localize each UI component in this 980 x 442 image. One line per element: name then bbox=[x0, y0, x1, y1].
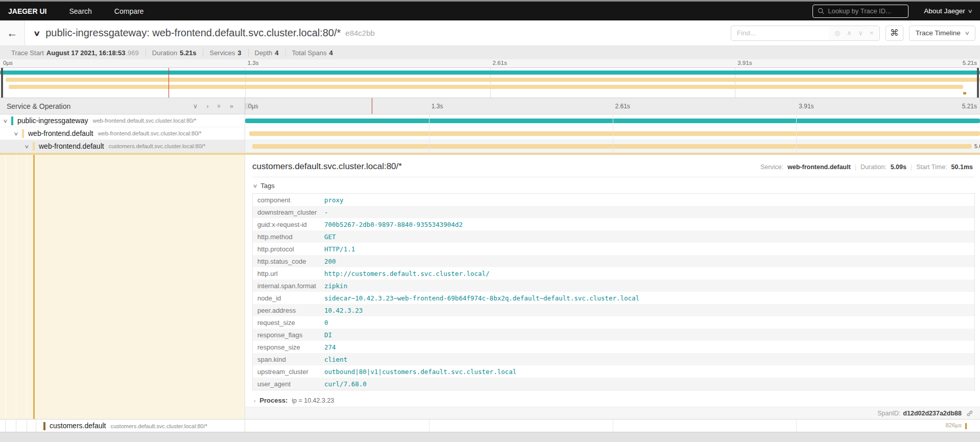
tag-row[interactable]: http.status_code200 bbox=[253, 255, 974, 267]
span-duration-bar[interactable] bbox=[965, 423, 967, 429]
span-table-header: Service & Operation ∨ › » » 0μs1.3s2.61s… bbox=[0, 98, 980, 114]
collapse-one-icon[interactable]: ∨ bbox=[193, 102, 198, 110]
minimap-canvas[interactable] bbox=[0, 67, 980, 98]
span-detail-meta: Service: web-frontend.default | Duration… bbox=[760, 164, 975, 171]
prev-match-icon[interactable]: ∧ bbox=[847, 29, 852, 37]
span-bar-cell[interactable] bbox=[245, 127, 980, 139]
minimap-span-bar bbox=[963, 92, 966, 95]
operation-name: web-frontend.default.svc.cluster.local:8… bbox=[93, 118, 197, 124]
tree-guide-line bbox=[16, 420, 16, 432]
span-row-customers-default[interactable]: customers.default customers.default.svc.… bbox=[0, 419, 980, 432]
timeline-tick-label: 5.21s bbox=[962, 103, 977, 110]
trace-header-collapse-icon[interactable]: ∨ bbox=[33, 29, 40, 37]
tag-key: downstream_cluster bbox=[253, 208, 324, 216]
top-navbar: JAEGER UI Search Compare About Jaeger ∨ bbox=[0, 2, 980, 20]
span-duration-bar[interactable] bbox=[249, 131, 980, 136]
minimap-span-bar bbox=[6, 78, 980, 82]
tree-guide-line bbox=[5, 155, 6, 419]
tag-row[interactable]: http.urlhttp://customers.default.svc.clu… bbox=[253, 267, 974, 280]
tag-key: node_id bbox=[253, 294, 324, 302]
minimap-span-bar bbox=[9, 85, 963, 89]
summary-label: Trace Start bbox=[11, 49, 44, 57]
tag-row[interactable]: response_size274 bbox=[253, 341, 974, 353]
span-bar-cell[interactable] bbox=[245, 114, 980, 127]
summary-suffix: .969 bbox=[126, 49, 138, 57]
tag-row[interactable]: node_idsidecar~10.42.3.23~web-frontend-6… bbox=[253, 292, 974, 304]
navbar-right: About Jaeger ∨ bbox=[812, 5, 972, 18]
chevron-down-icon[interactable]: ∨ bbox=[24, 144, 34, 149]
next-match-icon[interactable]: ∨ bbox=[858, 29, 864, 37]
tag-value: - bbox=[324, 208, 328, 216]
tag-value: outbound|80|v1|customers.default.svc.clu… bbox=[324, 368, 516, 376]
chevron-down-icon: ∨ bbox=[964, 30, 970, 36]
minimap-left-scrubber[interactable] bbox=[1, 68, 3, 98]
timeline-tick-label: 0μs bbox=[248, 103, 258, 110]
span-name-cell[interactable]: ∨ web-frontend.default web-frontend.defa… bbox=[0, 127, 245, 139]
span-duration-bar[interactable] bbox=[252, 144, 972, 149]
expand-all-icon[interactable]: » bbox=[230, 102, 233, 110]
process-section-toggle[interactable]: › Process: ip = 10.42.3.23 bbox=[252, 390, 975, 404]
summary-label: Services bbox=[209, 49, 235, 57]
back-button[interactable]: ← bbox=[0, 20, 25, 45]
tag-value: client bbox=[324, 356, 347, 363]
tag-row[interactable]: guid:x-request-id700b5267-2db0-9897-8840… bbox=[253, 218, 974, 230]
tag-value: 274 bbox=[324, 343, 336, 351]
span-name-cell[interactable]: ∨ web-frontend.default customers.default… bbox=[0, 140, 245, 152]
tree-guide-line bbox=[36, 420, 36, 432]
focus-match-icon[interactable]: ◎ bbox=[834, 29, 840, 37]
nav-item-search[interactable]: Search bbox=[69, 7, 91, 15]
tag-row[interactable]: span.kindclient bbox=[253, 353, 974, 365]
keyboard-shortcuts-button[interactable]: ⌘ bbox=[886, 26, 903, 41]
jaeger-ui-logo[interactable]: JAEGER UI bbox=[8, 7, 46, 15]
timeline-grid-line bbox=[796, 127, 797, 139]
trace-summary-bar: Trace Start August 17 2021, 16:18:53 .96… bbox=[0, 46, 980, 59]
expand-one-icon[interactable]: › bbox=[206, 102, 208, 110]
tag-row[interactable]: downstream_cluster- bbox=[253, 206, 974, 218]
column-resize-grip[interactable] bbox=[246, 103, 248, 109]
trace-id: e84c2bb bbox=[345, 29, 375, 37]
chevron-down-icon[interactable]: ∨ bbox=[3, 118, 13, 124]
deep-link-icon[interactable] bbox=[966, 410, 973, 417]
tag-row[interactable]: http.methodGET bbox=[253, 230, 974, 243]
tag-row[interactable]: componentproxy bbox=[253, 194, 974, 206]
find-input[interactable] bbox=[731, 29, 829, 37]
tag-row[interactable]: request_size0 bbox=[253, 316, 974, 329]
page-background bbox=[0, 432, 980, 437]
span-row-web-frontend-customers[interactable]: ∨ web-frontend.default customers.default… bbox=[0, 140, 980, 153]
tag-row[interactable]: user_agentcurl/7.68.0 bbox=[253, 378, 974, 390]
span-detail-header: customers.default.svc.cluster.local:80/*… bbox=[252, 161, 975, 172]
span-id-value: d12d02d237a2db88 bbox=[903, 410, 962, 417]
timeline-tick-label: 3.91s bbox=[799, 103, 814, 110]
span-row-web-frontend[interactable]: ∨ web-frontend.default web-frontend.defa… bbox=[0, 127, 980, 140]
tag-value: curl/7.68.0 bbox=[324, 380, 367, 388]
tag-key: component bbox=[253, 196, 324, 204]
nav-item-compare[interactable]: Compare bbox=[114, 7, 144, 15]
span-name-cell[interactable]: customers.default customers.default.svc.… bbox=[0, 420, 245, 432]
tag-value: sidecar~10.42.3.23~web-frontend-69b64f97… bbox=[324, 294, 639, 302]
tags-section-toggle[interactable]: ∨ Tags bbox=[252, 177, 975, 193]
tag-key: http.protocol bbox=[253, 245, 324, 253]
collapse-all-icon[interactable]: » bbox=[216, 104, 223, 108]
tag-row[interactable]: internal.span.formatzipkin bbox=[253, 280, 974, 292]
summary-trace-start: Trace Start August 17 2021, 16:18:53 .96… bbox=[5, 49, 146, 57]
tag-row[interactable]: response_flagsDI bbox=[253, 329, 974, 341]
about-jaeger-menu[interactable]: About Jaeger ∨ bbox=[924, 7, 972, 15]
chevron-down-icon[interactable]: ∨ bbox=[13, 131, 23, 136]
span-name-cell[interactable]: ∨ public-ingressgateway web-frontend.def… bbox=[0, 114, 245, 127]
tag-row[interactable]: upstream_clusteroutbound|80|v1|customers… bbox=[253, 365, 974, 378]
tag-row[interactable]: http.protocolHTTP/1.1 bbox=[253, 243, 974, 255]
timeline-header[interactable]: 0μs1.3s2.61s3.91s5.21s bbox=[245, 98, 980, 114]
minimap-right-scrubber[interactable] bbox=[977, 68, 979, 98]
trace-id-lookup[interactable] bbox=[812, 5, 909, 18]
operation-name: customers.default.svc.cluster.local:80/* bbox=[109, 143, 206, 149]
trace-view-selector[interactable]: Trace Timeline ∨ bbox=[909, 26, 975, 41]
timeline-tick-label: 2.61s bbox=[615, 103, 630, 110]
timeline-tick-label: 0μs bbox=[3, 60, 13, 66]
trace-id-lookup-input[interactable] bbox=[828, 7, 903, 15]
search-icon bbox=[818, 8, 824, 14]
span-bar-cell[interactable]: 826μs bbox=[245, 420, 980, 432]
span-bar-cell[interactable]: 5.09s bbox=[245, 140, 980, 152]
clear-find-icon[interactable]: × bbox=[870, 29, 874, 37]
tag-row[interactable]: peer.address10.42.3.23 bbox=[253, 304, 974, 316]
span-row-public-ingressgateway[interactable]: ∨ public-ingressgateway web-frontend.def… bbox=[0, 114, 980, 127]
